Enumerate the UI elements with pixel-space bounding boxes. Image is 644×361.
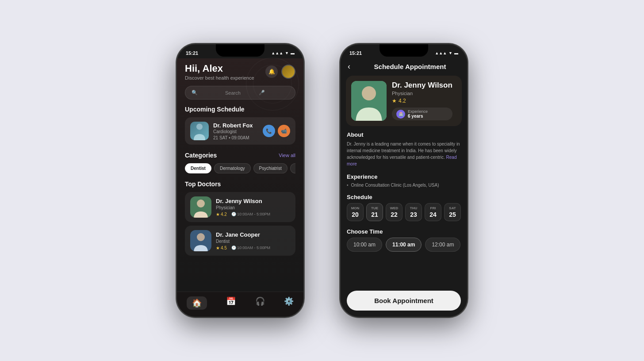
greeting-block: Hii, Alex Discover best health experienc… xyxy=(185,63,254,81)
notch xyxy=(216,44,264,57)
user-avatar[interactable] xyxy=(281,65,295,79)
exp-label: Experience xyxy=(408,109,428,114)
hero-rating-value: 4.2 xyxy=(399,98,406,104)
book-appointment-button[interactable]: Book Appointment xyxy=(347,291,461,311)
status-time-schedule: 15:21 xyxy=(349,50,362,56)
doctor-card-jenny[interactable]: Dr. Jenny Wilson Physician ★ 4.2 🕐 10:00… xyxy=(185,192,295,222)
categories-row: Dentist Dermatology Psychiatrist Urology xyxy=(185,163,295,173)
doctor-jane-specialty: Dentist xyxy=(216,239,270,244)
video-button[interactable]: 📹 xyxy=(278,125,290,137)
date-chip-tue[interactable]: TUE 21 xyxy=(366,203,383,221)
star-icon-hero: ★ xyxy=(392,98,397,104)
back-button[interactable]: ‹ xyxy=(348,62,360,71)
category-chip-psychiatrist[interactable]: Psychiatrist xyxy=(253,163,288,173)
upcoming-doctor-specialty: Cardiologist xyxy=(213,129,258,134)
hero-doctor-name: Dr. Jenny Wilson xyxy=(392,81,452,90)
upcoming-schedule-time: 21 SAT • 09:00AM xyxy=(213,135,258,140)
category-chip-dentist[interactable]: Dentist xyxy=(185,163,211,173)
signal-icon: ▲▲▲ xyxy=(271,51,283,55)
doctor-jane-hours: 🕐 10:00AM - 5:00PM xyxy=(231,246,270,250)
upcoming-doctor-avatar xyxy=(190,122,209,140)
greeting-subtitle: Discover best health experience xyxy=(185,75,254,81)
battery-icon-2: ▬ xyxy=(454,51,458,55)
phone-schedule: 15:21 ▲▲▲ ▼ ▬ ‹ Schedule Appointment Dr.… xyxy=(340,43,468,318)
mic-icon: 🎤 xyxy=(259,90,289,96)
experience-title: Experience xyxy=(347,173,461,180)
top-doctors-section-header: Top Doctors xyxy=(185,180,295,188)
clock-icon: 🕐 xyxy=(231,246,236,250)
doctor-jenny-meta: ★ 4.2 🕐 10:00AM - 5:00PM xyxy=(216,212,270,217)
nav-calendar[interactable]: 📅 xyxy=(226,296,236,310)
choose-time-section: Choose Time 10:00 am 11:00 am 12:00 am xyxy=(347,228,461,252)
date-chip-wed[interactable]: WED 22 xyxy=(386,203,402,221)
doctor-card-jane[interactable]: Dr. Jane Cooper Dentist ★ 4.5 🕐 10:00AM … xyxy=(185,226,295,256)
upcoming-doctor-name: Dr. Robert Fox xyxy=(213,122,258,129)
exp-value: 6 years xyxy=(408,114,428,119)
status-icons-schedule: ▲▲▲ ▼ ▬ xyxy=(435,51,458,55)
date-row: MON 20 TUE 21 WED 22 THU 23 xyxy=(347,203,461,222)
svg-point-2 xyxy=(197,200,205,207)
schedule-dates-section: Schedule MON 20 TUE 21 WED 22 xyxy=(347,194,461,222)
signal-icon-2: ▲▲▲ xyxy=(435,51,447,55)
nav-settings[interactable]: ⚙️ xyxy=(284,296,294,310)
search-placeholder: Search xyxy=(225,90,255,96)
date-chip-mon[interactable]: MON 20 xyxy=(347,203,364,221)
call-button[interactable]: 📞 xyxy=(263,125,275,137)
categories-view-all[interactable]: View all xyxy=(279,153,295,158)
time-slot-11[interactable]: 11:00 am xyxy=(386,238,422,252)
doctor-jenny-hours: 🕐 10:00AM - 5:00PM xyxy=(231,212,270,216)
hero-doctor-rating: ★ 4.2 xyxy=(392,98,452,104)
about-title: About xyxy=(347,131,461,138)
status-icons-home: ▲▲▲ ▼ ▬ xyxy=(271,51,295,55)
doctor-jenny-rating: ★ 4.2 xyxy=(216,212,227,217)
svg-point-0 xyxy=(196,123,203,130)
experience-badge: 🏥 Experience 6 years xyxy=(392,108,452,120)
top-doctors-title: Top Doctors xyxy=(185,180,221,188)
about-text: Dr. Jenny is a leading name when it come… xyxy=(347,141,461,167)
star-icon: ★ xyxy=(216,212,220,217)
date-chip-thu[interactable]: THU 23 xyxy=(405,203,422,221)
schedule-title: Schedule Appointment xyxy=(360,63,460,70)
bell-icon[interactable]: 🔔 xyxy=(265,65,278,78)
hero-doctor-info: Dr. Jenny Wilson Physician ★ 4.2 🏥 Exper… xyxy=(392,81,452,120)
upcoming-card[interactable]: Dr. Robert Fox Cardiologist 21 SAT • 09:… xyxy=(185,117,295,145)
nav-support[interactable]: 🎧 xyxy=(255,296,265,310)
doctor-jenny-photo xyxy=(190,196,211,218)
experience-item: • Online Consultation Clinic (Los Angels… xyxy=(347,183,461,188)
search-bar[interactable]: 🔍 Search 🎤 xyxy=(185,86,295,100)
bottom-nav: 🏠 📅 🎧 ⚙️ xyxy=(177,292,303,317)
nav-home[interactable]: 🏠 xyxy=(187,296,207,310)
doctor-jane-photo xyxy=(190,230,211,251)
hero-doctor-role: Physician xyxy=(392,91,452,96)
schedule-dates-title: Schedule xyxy=(347,194,461,200)
category-chip-urology[interactable]: Urology xyxy=(290,163,295,173)
date-chip-sat[interactable]: SAT 25 xyxy=(444,203,461,221)
wifi-icon: ▼ xyxy=(285,51,289,55)
doctor-jane-rating: ★ 4.5 xyxy=(216,246,227,250)
star-icon: ★ xyxy=(216,246,220,250)
time-slot-12[interactable]: 12:00 am xyxy=(425,238,460,252)
category-chip-dermatology[interactable]: Dermatology xyxy=(214,163,251,173)
experience-section: Experience • Online Consultation Clinic … xyxy=(347,173,461,188)
header-action-icons: 🔔 xyxy=(265,65,295,79)
upcoming-action-buttons: 📞 📹 xyxy=(263,125,290,137)
hero-doctor-photo xyxy=(351,81,387,121)
date-chip-fri[interactable]: FRI 24 xyxy=(425,203,441,221)
schedule-scroll-content: About Dr. Jenny is a leading name when i… xyxy=(341,131,467,286)
doctor-jane-info: Dr. Jane Cooper Dentist ★ 4.5 🕐 10:00AM … xyxy=(216,231,270,250)
experience-clinic: Online Consultation Clinic (Los Angels, … xyxy=(351,183,439,188)
doctor-jenny-specialty: Physician xyxy=(216,205,270,210)
time-row: 10:00 am 11:00 am 12:00 am xyxy=(347,238,461,252)
schedule-screen: ‹ Schedule Appointment Dr. Jenny Wilson … xyxy=(341,58,467,317)
time-slot-10[interactable]: 10:00 am xyxy=(347,238,382,252)
book-btn-container: Book Appointment xyxy=(341,286,467,317)
home-header: Hii, Alex Discover best health experienc… xyxy=(185,63,295,81)
categories-title: Categories xyxy=(185,152,217,159)
doctor-jenny-info: Dr. Jenny Wilson Physician ★ 4.2 🕐 10:00… xyxy=(216,198,270,217)
upcoming-doctor-info: Dr. Robert Fox Cardiologist 21 SAT • 09:… xyxy=(213,122,258,140)
exp-icon: 🏥 xyxy=(396,110,405,119)
notch-2 xyxy=(380,44,428,57)
schedule-header: ‹ Schedule Appointment xyxy=(341,58,467,76)
bullet-icon: • xyxy=(347,183,349,188)
upcoming-section-header: Upcoming Schedule xyxy=(185,106,295,113)
